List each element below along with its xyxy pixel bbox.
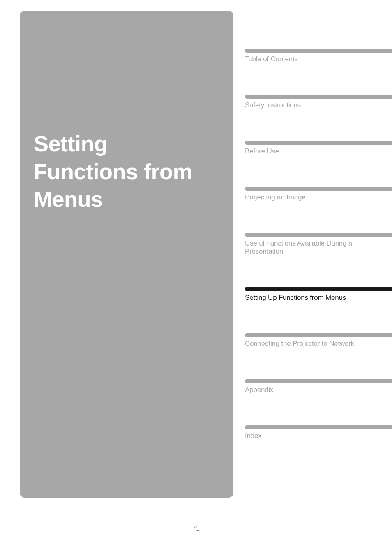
toc-label: Safety Instructions xyxy=(245,101,392,109)
toc-item-connecting-network[interactable]: Connecting the Projector to Network xyxy=(245,333,392,348)
toc-bar xyxy=(245,95,392,99)
toc-bar xyxy=(245,379,392,383)
toc-label: Useful Functions Available During a Pres… xyxy=(245,239,392,256)
toc-item-projecting-image[interactable]: Projecting an Image xyxy=(245,187,392,202)
toc-bar xyxy=(245,187,392,191)
toc-bar-active xyxy=(245,287,392,291)
toc-label: Table of Contents xyxy=(245,55,392,63)
toc-label: Connecting the Projector to Network xyxy=(245,340,392,348)
toc-item-setting-functions-menus[interactable]: Setting Up Functions from Menus xyxy=(245,287,392,302)
section-title-panel: Setting Functions from Menus xyxy=(20,11,233,498)
toc-bar xyxy=(245,425,392,429)
table-of-contents-nav: Table of Contents Safety Instructions Be… xyxy=(245,49,392,471)
toc-bar xyxy=(245,141,392,145)
toc-item-before-use[interactable]: Before Use xyxy=(245,141,392,155)
toc-label: Appendix xyxy=(245,386,392,394)
toc-label: Index xyxy=(245,432,392,440)
toc-item-table-of-contents[interactable]: Table of Contents xyxy=(245,49,392,63)
toc-item-safety-instructions[interactable]: Safety Instructions xyxy=(245,95,392,109)
title-line-3: Menus xyxy=(34,187,103,211)
toc-item-appendix[interactable]: Appendix xyxy=(245,379,392,394)
toc-bar xyxy=(245,49,392,53)
toc-item-index[interactable]: Index xyxy=(245,425,392,440)
toc-bar xyxy=(245,233,392,237)
toc-item-useful-functions[interactable]: Useful Functions Available During a Pres… xyxy=(245,233,392,256)
toc-label: Before Use xyxy=(245,147,392,155)
title-line-1: Setting xyxy=(34,131,108,156)
section-title: Setting Functions from Menus xyxy=(34,130,192,213)
toc-label-active: Setting Up Functions from Menus xyxy=(245,294,392,302)
page-number: 71 xyxy=(0,525,392,532)
toc-label: Projecting an Image xyxy=(245,193,392,202)
toc-bar xyxy=(245,333,392,337)
title-line-2: Functions from xyxy=(34,159,192,184)
